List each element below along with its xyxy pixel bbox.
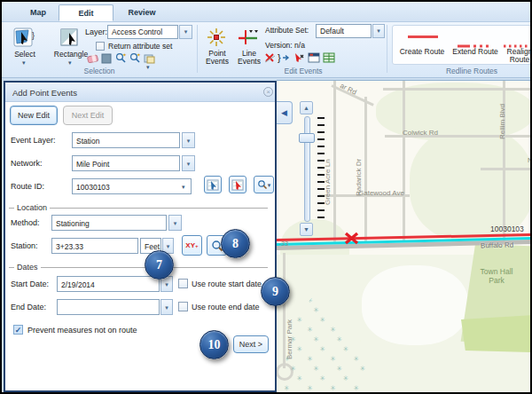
street-label: Bermar Park <box>286 303 293 359</box>
create-route-icon[interactable] <box>408 35 438 38</box>
use-route-start-date-checkbox[interactable] <box>178 279 188 288</box>
end-date-dropdown-button[interactable]: ▾ <box>160 299 173 315</box>
app-window: Map Edit Review } Select ▾ Rectangle ▾ L… <box>0 0 532 394</box>
rectangle-tool-icon[interactable] <box>59 26 83 51</box>
callout-8-badge: 8 <box>221 229 250 258</box>
point-events-icon[interactable] <box>206 27 227 48</box>
return-attribute-set-checkbox[interactable] <box>96 42 105 51</box>
attribute-set-combobox[interactable]: Default <box>316 24 372 38</box>
map-canvas[interactable]: Town Hall Park ✳ ✳ ✳ ✳ ✳ ✳ ✳ ✳ ✳ ✳ ✳ ✳ ✳… <box>277 80 532 394</box>
tab-map[interactable]: Map <box>18 4 59 21</box>
close-icon[interactable]: × <box>263 87 273 97</box>
selection-group-label: Selection <box>55 67 144 75</box>
collapse-panel-tab[interactable]: ◀ <box>277 101 293 124</box>
ribbon-divider <box>387 25 387 73</box>
rectangle-caret-icon[interactable]: ▾ <box>68 59 72 66</box>
create-route-button[interactable]: Create Route <box>395 48 450 56</box>
tab-review[interactable]: Review <box>115 4 168 21</box>
clear-selection-eraser-icon[interactable] <box>86 52 98 64</box>
start-date-input[interactable]: 2/19/2014 <box>57 276 160 292</box>
selection-fill-icon[interactable] <box>100 52 113 64</box>
merge-events-icon[interactable]: } <box>278 51 290 63</box>
end-date-input[interactable] <box>57 299 160 315</box>
select-button[interactable]: Select <box>5 51 44 59</box>
callout-9-badge: 9 <box>261 277 290 306</box>
extend-route-icon[interactable] <box>458 35 491 38</box>
network-dropdown-button[interactable]: ▾ <box>182 155 195 171</box>
route-id-combobox[interactable]: 10030103 <box>72 178 192 194</box>
method-combobox[interactable]: Stationing <box>51 215 167 231</box>
town-hall-park-label: Town Hall Park <box>479 267 514 285</box>
road <box>333 81 336 242</box>
road <box>481 168 532 170</box>
move-event-icon[interactable] <box>293 51 305 63</box>
street-label: Radarick Dr <box>355 136 363 196</box>
network-label: Network: <box>11 159 43 168</box>
svg-text:✦: ✦ <box>137 52 141 58</box>
station-label: Station: <box>11 241 38 250</box>
network-combobox[interactable]: Mile Point <box>72 155 180 171</box>
select-tool-icon[interactable]: } <box>12 26 37 51</box>
realign-route-button[interactable]: Realign Route <box>500 48 532 64</box>
street-label: Gatewood Ave <box>358 189 404 197</box>
method-dropdown-button[interactable]: ▾ <box>168 215 182 231</box>
park-polygon <box>461 315 532 352</box>
use-route-start-date-label: Use route start date <box>192 280 262 288</box>
map-land-polygon <box>362 265 468 345</box>
line-events-button[interactable]: Line Events <box>232 50 266 66</box>
zoom-out-button[interactable]: ▼ <box>300 223 313 236</box>
edit-events-group-label: Edit Events <box>275 67 332 75</box>
svg-text:✦: ✦ <box>122 52 127 58</box>
panel-title: Add Point Events <box>12 88 77 98</box>
point-event-x-marker <box>344 232 359 248</box>
layer-label: Layer: <box>85 28 107 36</box>
extend-route-button[interactable]: Extend Route <box>450 48 500 56</box>
use-route-end-date-label: Use route end date <box>192 303 260 311</box>
zoom-slider-thumb[interactable] <box>299 133 315 143</box>
route-search-caret-icon: ▾ <box>268 182 271 188</box>
use-route-end-date-checkbox[interactable] <box>178 302 188 311</box>
svg-text:}: } <box>278 52 281 63</box>
zoom-next-selection-icon[interactable]: ✦ <box>129 52 141 64</box>
street-label: Rellim Blvd <box>498 84 506 139</box>
realign-route-icon[interactable] <box>504 35 532 38</box>
redline-routes-group-label: Redline Routes <box>426 67 518 75</box>
select-route-on-map-button[interactable] <box>204 176 222 193</box>
zoom-slider-track[interactable] <box>304 116 310 222</box>
select-caret-icon[interactable]: ▾ <box>22 59 26 66</box>
route-id-label: Route ID: <box>11 182 44 191</box>
new-edit-button[interactable]: New Edit <box>10 106 58 125</box>
zoom-in-button[interactable]: ▲ <box>300 101 313 114</box>
selection-layers-caret-icon[interactable]: ▾ <box>146 64 150 70</box>
xy-coordinates-button[interactable]: XY₊ <box>182 235 202 256</box>
end-date-label: End Date: <box>11 303 46 311</box>
svg-text:}: } <box>32 31 35 40</box>
event-layer-dropdown-button[interactable]: ▾ <box>182 132 195 148</box>
return-attribute-set-label: Return attribute set <box>108 42 172 51</box>
station-input[interactable]: 3+23.33 <box>51 238 138 254</box>
attribute-set-dropdown-button[interactable]: ▾ <box>372 24 385 38</box>
layer-dropdown-button[interactable]: ▾ <box>179 25 192 39</box>
next-step-button[interactable]: Next > <box>233 335 269 353</box>
layer-combobox[interactable]: Access Control <box>107 25 178 39</box>
route-id-caret-icon[interactable]: ▾ <box>182 184 185 190</box>
selection-layers-icon[interactable] <box>143 52 155 64</box>
point-events-button[interactable]: Point Events <box>200 50 234 66</box>
clear-route-selection-button[interactable] <box>229 176 246 193</box>
attributes-window-icon[interactable] <box>308 51 320 63</box>
event-table-icon[interactable] <box>323 51 335 63</box>
line-events-icon[interactable] <box>238 27 261 48</box>
prevent-measures-checkbox[interactable]: ✓ <box>13 325 23 335</box>
event-layer-combobox[interactable]: Station <box>72 132 180 148</box>
delete-event-icon[interactable] <box>263 51 276 63</box>
road <box>403 81 405 242</box>
zoom-to-selection-icon[interactable]: ✦ <box>114 52 127 64</box>
callout-10-badge: 10 <box>200 330 229 359</box>
route-search-dropdown-button[interactable]: ▾ <box>254 176 274 193</box>
collapse-left-icon: ◀ <box>281 108 287 117</box>
tab-edit[interactable]: Edit <box>59 4 113 21</box>
street-label: N <box>528 156 532 164</box>
next-edit-button: Next Edit <box>63 106 113 125</box>
start-date-label: Start Date: <box>11 280 49 288</box>
street-label: Green Acre Ln <box>324 134 332 205</box>
